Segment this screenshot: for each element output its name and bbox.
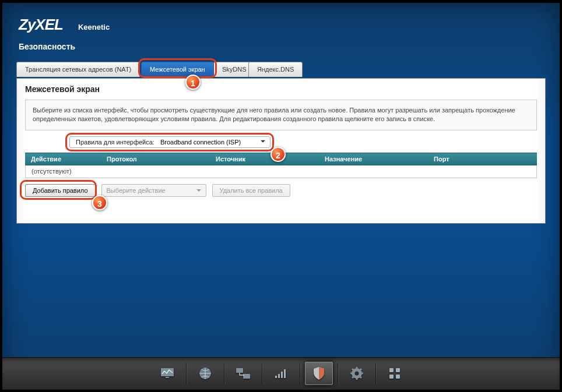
bulk-action-select[interactable]: Выберите действие [101,184,206,197]
interface-selector-value: Broadband connection (ISP) [160,139,241,146]
firewall-panel: Межсетевой экран Выберите из списка инте… [16,78,546,224]
nav-divider [224,363,224,384]
actions-row: Добавить правило Выберите действие Удали… [25,184,537,197]
tab-nat[interactable]: Трансляция сетевых адресов (NAT) [16,62,140,77]
bulk-action-placeholder: Выберите действие [107,185,166,196]
rules-table-header: Действие Протокол Источник Назначение По… [25,153,537,165]
panel-title: Межсетевой экран [17,79,545,95]
nav-apps[interactable] [381,362,409,385]
interface-selector-label: Правила для интерфейса: [76,139,154,146]
nav-divider [375,363,376,384]
svg-point-10 [355,372,359,376]
svg-rect-19 [389,368,394,372]
svg-rect-5 [275,376,277,378]
svg-line-18 [352,376,354,378]
nav-divider [300,363,300,384]
add-rule-button[interactable]: Добавить правило [25,184,96,197]
interface-selector-row: Правила для интерфейса: Broadband connec… [69,136,545,148]
nav-wifi[interactable] [267,362,295,385]
tab-firewall[interactable]: Межсетевой экран [141,62,214,77]
svg-rect-4 [243,374,250,379]
nav-network[interactable] [229,362,257,385]
svg-rect-20 [396,368,400,372]
interface-selector[interactable]: Правила для интерфейса: Broadband connec… [69,136,271,148]
svg-rect-22 [396,375,400,379]
model: Keenetic [78,23,110,31]
chevron-down-icon [261,140,265,145]
panel-info: Выберите из списка интерфейс, чтобы прос… [25,100,537,131]
svg-line-15 [352,369,354,370]
col-action: Действие [25,153,101,165]
header: ZyXEL Keenetic Безопасность [2,3,560,55]
breadcrumb: Безопасность [19,42,543,51]
rules-empty-row: (отсутствуют) [26,165,536,178]
chevron-down-icon [196,189,201,194]
col-destination: Назначение [319,153,428,165]
tabs: Трансляция сетевых адресов (NAT) Межсете… [16,62,546,78]
nav-internet[interactable] [191,362,219,385]
rules-table-body: (отсутствуют) [25,165,537,178]
brand: ZyXEL Keenetic [19,16,543,34]
svg-rect-8 [284,369,286,378]
router-admin-frame: ZyXEL Keenetic Безопасность Трансляция с… [1,2,561,391]
annotation-3-badge: 3 [92,195,107,210]
nav-divider [262,363,262,384]
svg-rect-6 [278,374,280,378]
logo: ZyXEL [19,16,63,34]
bottom-nav [2,357,560,390]
col-protocol: Протокол [101,153,210,165]
svg-rect-21 [389,375,394,379]
col-port: Порт [428,153,537,165]
nav-settings[interactable] [343,362,371,385]
col-source: Источник [210,153,319,165]
svg-rect-3 [236,368,243,373]
svg-line-17 [360,369,361,370]
svg-line-16 [360,376,361,378]
nav-security[interactable] [305,362,333,385]
delete-all-button[interactable]: Удалить все правила [212,184,290,197]
svg-rect-7 [281,372,283,378]
tab-yandexdns[interactable]: Яндекс.DNS [248,62,303,77]
nav-monitor[interactable] [153,362,181,385]
nav-divider [338,363,338,384]
nav-divider [186,363,187,384]
svg-rect-1 [166,377,169,378]
